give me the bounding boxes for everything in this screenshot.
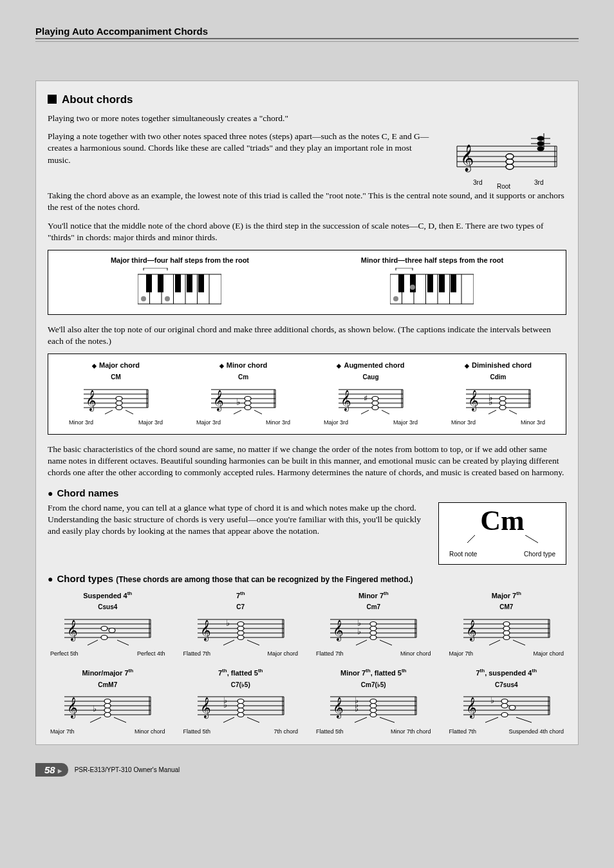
svg-rect-36 [439, 274, 445, 292]
about-p1: Playing two or more notes together simul… [48, 113, 566, 124]
svg-point-97 [499, 405, 506, 410]
about-row: Playing a note together with two other n… [48, 131, 566, 190]
cm-type-label: Chord type [524, 550, 555, 559]
svg-point-99 [499, 396, 506, 401]
svg-line-146 [356, 640, 367, 645]
svg-line-71 [234, 410, 241, 414]
svg-point-9 [506, 164, 514, 169]
chord-quality-row: ◆Major chord CM 𝄞 Minor 3rdMajor 3rd ◆Mi… [48, 354, 566, 435]
diamond-icon: ◆ [92, 363, 97, 369]
svg-line-58 [126, 410, 133, 414]
svg-point-142 [370, 635, 377, 639]
svg-text:𝄞: 𝄞 [340, 390, 351, 412]
header-rule-thin [35, 41, 579, 42]
svg-text:𝄞: 𝄞 [200, 619, 211, 642]
svg-text:𝄞: 𝄞 [67, 619, 78, 642]
major-chord-cell: ◆Major chord CM 𝄞 Minor 3rdMajor 3rd [61, 361, 171, 426]
aug-chord-cell: ◆Augmented chord Caug 𝄞♯ Major 3rdMajor … [316, 361, 425, 426]
bullet-icon: ● [48, 574, 53, 584]
chord-names-row: From the chord name, you can tell at a g… [48, 502, 566, 565]
svg-point-156 [503, 635, 510, 639]
svg-point-187 [237, 713, 244, 717]
svg-point-82 [372, 405, 378, 410]
staff-icon: 𝄞♭ [59, 689, 156, 724]
page-number: 58▸ [35, 763, 68, 777]
diamond-icon: ◆ [465, 363, 469, 369]
major-third-col: Major third—four half steps from the roo… [111, 256, 249, 307]
svg-point-204 [370, 713, 377, 717]
footer-manual: PSR-E313/YPT-310 Owner's Manual [75, 766, 180, 773]
staff-icon: 𝄞 [451, 133, 560, 178]
cm-example-box: Cm Root noteChord type [438, 502, 566, 565]
svg-text:♭: ♭ [357, 627, 361, 636]
diamond-icon: ◆ [337, 363, 341, 369]
keyboard-icon [138, 268, 221, 307]
chord-types-heading: ●Chord types (These chords are among tho… [48, 572, 566, 585]
about-heading-text: About chords [62, 93, 133, 106]
svg-line-86 [382, 410, 389, 414]
svg-point-12 [537, 146, 544, 151]
svg-line-175 [90, 717, 101, 722]
staff-icon: 𝄞 [59, 612, 156, 646]
svg-point-45 [410, 285, 415, 290]
svg-point-56 [116, 396, 122, 401]
staff-icon: 𝄞♯ [335, 383, 406, 415]
svg-line-85 [361, 410, 369, 414]
section-header: Playing Auto Accompaniment Chords [35, 26, 579, 39]
svg-line-224 [516, 717, 532, 722]
thirds-box: Major third—four half steps from the roo… [48, 250, 566, 315]
svg-line-103 [525, 535, 538, 543]
svg-point-11 [506, 154, 514, 159]
about-chords-box: About chords Playing two or more notes t… [35, 80, 579, 745]
svg-line-115 [88, 640, 98, 645]
svg-point-129 [237, 621, 244, 626]
about-p3: Taking the chord above as an example, th… [48, 190, 566, 213]
chord-type-mmaj7: Minor/major 7th CmM7 𝄞♭ Major 7thMinor c… [48, 668, 168, 735]
minor-third-col: Minor third—three half steps from the ro… [361, 256, 503, 307]
svg-rect-19 [146, 274, 152, 292]
svg-point-221 [501, 704, 508, 708]
chord-type-maj7: Major 7th CM7 𝄞 Major 7thMajor chord [447, 590, 567, 658]
svg-text:𝄞: 𝄞 [333, 619, 344, 642]
svg-point-31 [165, 296, 170, 301]
label-3rd-left: 3rd [473, 178, 482, 187]
staff-icon: 𝄞♭ [458, 689, 555, 724]
chord-type-sus4: Suspended 4th Csus4 𝄞 Perfect 5thPerfect… [48, 590, 168, 658]
chord-type-7b5: 7th, flatted 5th C7(♭5) 𝄞♭♭ Flatted 5th7… [181, 668, 301, 735]
svg-point-44 [393, 296, 398, 301]
svg-point-220 [509, 706, 516, 710]
staff-icon: 𝄞♭♭ [325, 612, 422, 646]
svg-point-205 [370, 708, 377, 713]
svg-point-143 [370, 630, 377, 635]
minor-third-label: Minor third—three half steps from the ro… [361, 256, 503, 264]
svg-line-176 [114, 717, 126, 722]
svg-point-159 [503, 621, 510, 626]
svg-line-130 [223, 640, 234, 645]
svg-point-112 [101, 635, 107, 639]
svg-point-54 [116, 405, 122, 410]
about-p5: We'll also alter the top note of our ori… [48, 324, 566, 347]
svg-point-126 [237, 635, 244, 639]
svg-point-157 [503, 630, 510, 635]
svg-line-100 [488, 410, 496, 414]
svg-rect-20 [158, 274, 163, 292]
svg-line-160 [489, 640, 500, 645]
svg-text:𝄞: 𝄞 [67, 697, 78, 719]
svg-point-83 [372, 401, 378, 405]
svg-line-116 [117, 640, 129, 645]
root-labels: 3rd Root 3rd [444, 178, 566, 190]
svg-rect-33 [398, 274, 404, 292]
svg-rect-22 [187, 274, 192, 292]
svg-line-131 [247, 640, 259, 645]
svg-point-10 [506, 159, 514, 164]
svg-point-206 [370, 704, 377, 708]
svg-text:𝄞: 𝄞 [460, 144, 474, 173]
svg-point-84 [372, 396, 378, 401]
svg-point-172 [104, 708, 111, 713]
svg-line-147 [380, 640, 392, 645]
svg-line-192 [247, 717, 259, 722]
svg-point-190 [237, 699, 244, 704]
svg-point-70 [245, 396, 251, 401]
svg-point-158 [503, 626, 510, 630]
svg-point-55 [116, 401, 122, 405]
